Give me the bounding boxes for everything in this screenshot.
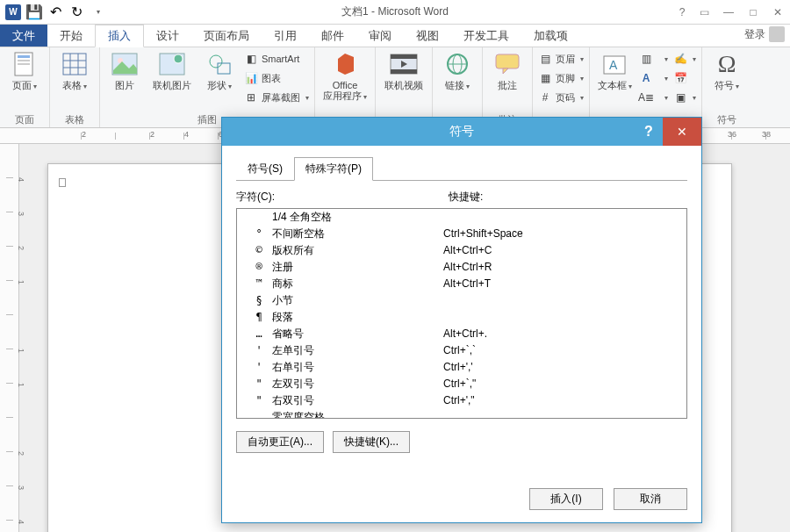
tab-developer[interactable]: 开发工具 — [451, 25, 521, 47]
special-char-list[interactable]: 1/4 全角空格°不间断空格Ctrl+Shift+Space©版权所有Alt+C… — [236, 208, 687, 419]
group-illustrations: 图片 联机图片 形状 ◧SmartArt 📊图表 ⊞屏幕截图 插图 — [100, 47, 315, 127]
window-title: 文档1 - Microsoft Word — [341, 4, 449, 19]
list-item[interactable]: ©版权所有Alt+Ctrl+C — [237, 242, 686, 259]
omega-icon: Ω — [713, 50, 741, 78]
list-item[interactable]: "左双引号Ctrl+`," — [237, 376, 686, 392]
dialog-titlebar[interactable]: 符号 ? ✕ — [222, 118, 701, 146]
table-button[interactable]: 表格 — [55, 50, 94, 92]
list-item[interactable]: 零宽度空格 — [237, 409, 686, 419]
cursor-indicator — [59, 178, 66, 187]
shortcut-key-button[interactable]: 快捷键(K)... — [333, 431, 410, 453]
chart-button[interactable]: 📊图表 — [244, 69, 309, 87]
char-header: 字符(C): — [236, 190, 449, 205]
tab-mailings[interactable]: 邮件 — [309, 25, 356, 47]
smartart-button[interactable]: ◧SmartArt — [244, 50, 309, 68]
group-comments: 批注 批注 — [483, 47, 533, 127]
help-button[interactable]: ? — [672, 1, 692, 24]
textbox-icon: A — [600, 50, 628, 78]
comment-button[interactable]: 批注 — [488, 50, 527, 90]
save-icon: 💾 — [25, 4, 43, 20]
tab-view[interactable]: 视图 — [404, 25, 451, 47]
shapes-icon — [205, 50, 233, 78]
list-item[interactable]: °不间断空格Ctrl+Shift+Space — [237, 226, 686, 242]
tab-home[interactable]: 开始 — [47, 25, 95, 47]
office-apps-button[interactable]: Office 应用程序 — [320, 50, 370, 103]
links-button[interactable]: 链接 — [438, 50, 477, 92]
group-text: A 文本框 ▥ A A≣ ✍ 📅 ▣ — [590, 47, 702, 127]
page-number-button[interactable]: #页码 — [538, 89, 584, 106]
tab-references[interactable]: 引用 — [262, 25, 309, 47]
comment-icon — [493, 50, 521, 78]
group-pages: 页面 页面 — [0, 47, 50, 127]
maximize-button[interactable]: □ — [741, 1, 765, 24]
login-link[interactable]: 登录 — [744, 26, 785, 42]
group-links: 链接 — [433, 47, 483, 127]
shapes-button[interactable]: 形状 — [200, 50, 239, 92]
list-item[interactable]: ™商标Alt+Ctrl+T — [237, 276, 686, 292]
close-button[interactable]: ✕ — [765, 1, 790, 24]
screenshot-button[interactable]: ⊞屏幕截图 — [244, 89, 309, 106]
list-item[interactable]: §小节 — [237, 292, 686, 309]
svg-rect-1 — [18, 55, 30, 58]
insert-button[interactable]: 插入(I) — [529, 488, 603, 510]
signature-icon: ✍ — [673, 52, 687, 66]
quick-parts-button[interactable]: ▥ — [639, 50, 668, 68]
dropcap-icon: A≣ — [639, 90, 653, 104]
vertical-ruler[interactable]: 43211123456789 — [0, 144, 19, 532]
quick-access-toolbar: W 💾 ↶ ↻ — [0, 3, 107, 22]
page-icon — [11, 50, 39, 78]
signature-button[interactable]: ✍ — [673, 50, 696, 68]
tab-file[interactable]: 文件 — [0, 25, 47, 47]
list-item[interactable]: '左单引号Ctrl+`,` — [237, 342, 686, 359]
autocorrect-button[interactable]: 自动更正(A)... — [236, 431, 324, 453]
group-tables: 表格 表格 — [50, 47, 100, 127]
cancel-button[interactable]: 取消 — [614, 488, 687, 510]
tab-addins[interactable]: 加载项 — [521, 25, 580, 47]
list-item[interactable]: …省略号Alt+Ctrl+. — [237, 326, 686, 342]
pagenum-icon: # — [538, 90, 552, 104]
tab-review[interactable]: 审阅 — [356, 25, 404, 47]
tab-insert[interactable]: 插入 — [95, 25, 144, 47]
list-item[interactable]: ®注册Alt+Ctrl+R — [237, 259, 686, 276]
object-button[interactable]: ▣ — [673, 89, 696, 106]
date-time-button[interactable]: 📅 — [673, 69, 696, 87]
list-item[interactable]: '右单引号Ctrl+',' — [237, 359, 686, 376]
titlebar: W 💾 ↶ ↻ 文档1 - Microsoft Word ? ▭ — □ ✕ — [0, 0, 790, 25]
footer-button[interactable]: ▦页脚 — [538, 69, 584, 87]
online-video-button[interactable]: 联机视频 — [381, 50, 427, 90]
tab-layout[interactable]: 页面布局 — [191, 25, 262, 47]
wordart-icon: A — [639, 71, 653, 85]
drop-cap-button[interactable]: A≣ — [639, 89, 668, 106]
text-box-button[interactable]: A 文本框 — [595, 50, 634, 92]
symbol-button[interactable]: Ω 符号 — [707, 50, 746, 92]
list-item[interactable]: ¶段落 — [237, 309, 686, 326]
wordart-button[interactable]: A — [639, 69, 668, 87]
tab-special-characters[interactable]: 特殊字符(P) — [294, 157, 373, 181]
tab-symbols[interactable]: 符号(S) — [236, 157, 294, 181]
object-icon: ▣ — [673, 90, 687, 104]
svg-rect-3 — [18, 63, 30, 65]
list-item[interactable]: "右双引号Ctrl+'," — [237, 392, 686, 409]
minimize-button[interactable]: — — [716, 1, 741, 24]
dialog-help-button[interactable]: ? — [635, 118, 663, 146]
svg-point-13 — [210, 55, 222, 68]
dialog-close-button[interactable]: ✕ — [663, 118, 701, 146]
column-headers: 字符(C): 快捷键: — [236, 190, 687, 205]
tab-design[interactable]: 设计 — [144, 25, 191, 47]
qat-customize-button[interactable] — [88, 3, 107, 22]
ribbon-display-button[interactable]: ▭ — [692, 1, 716, 24]
word-app-icon[interactable]: W — [4, 3, 23, 22]
smartart-icon: ◧ — [244, 52, 258, 66]
datetime-icon: 📅 — [673, 71, 687, 85]
redo-button[interactable]: ↻ — [67, 3, 86, 22]
svg-rect-16 — [391, 54, 417, 59]
online-pictures-button[interactable]: 联机图片 — [149, 50, 195, 90]
group-header-footer: ▤页眉 ▦页脚 #页码 — [533, 47, 590, 127]
save-button[interactable]: 💾 — [25, 3, 44, 22]
group-media: 联机视频 — [376, 47, 433, 127]
pictures-button[interactable]: 图片 — [105, 50, 144, 90]
undo-button[interactable]: ↶ — [46, 3, 65, 22]
list-item[interactable]: 1/4 全角空格 — [237, 209, 686, 226]
header-button[interactable]: ▤页眉 — [538, 50, 584, 68]
cover-page-button[interactable]: 页面 — [5, 50, 44, 92]
